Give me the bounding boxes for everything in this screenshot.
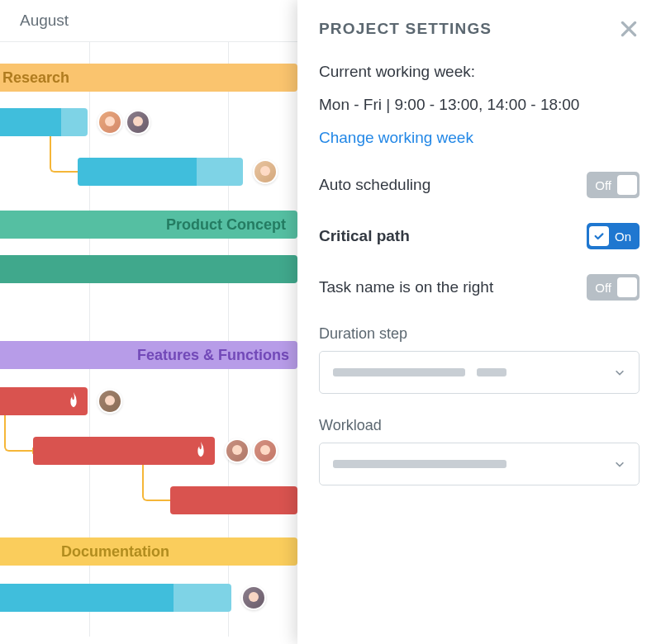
change-working-week-link[interactable]: Change working week bbox=[319, 129, 640, 147]
check-icon bbox=[593, 230, 605, 242]
field-label: Duration step bbox=[319, 325, 640, 343]
field-workload: Workload bbox=[319, 417, 640, 485]
working-week-value: Mon - Fri | 9:00 - 13:00, 14:00 - 18:00 bbox=[319, 96, 640, 114]
panel-title: PROJECT SETTINGS bbox=[319, 20, 492, 38]
panel-header: PROJECT SETTINGS bbox=[319, 18, 640, 40]
avatar[interactable] bbox=[126, 110, 150, 135]
group-bar-docs[interactable]: Documentation bbox=[0, 537, 297, 566]
field-label: Workload bbox=[319, 417, 640, 434]
working-week-label: Current working week: bbox=[319, 63, 640, 81]
flame-icon bbox=[64, 391, 83, 412]
toggle-state-text: On bbox=[609, 230, 637, 244]
avatar[interactable] bbox=[97, 110, 122, 135]
group-label: Features & Functions bbox=[137, 347, 289, 364]
toggle-task-name-right[interactable]: Off bbox=[587, 274, 640, 301]
group-bar-product-concept[interactable]: Product Concept bbox=[0, 211, 297, 239]
placeholder bbox=[333, 460, 506, 468]
group-bar-features[interactable]: Features & Functions bbox=[0, 341, 297, 369]
select-duration-step[interactable] bbox=[319, 351, 640, 394]
setting-label: Task name is on the right bbox=[319, 278, 493, 296]
chart-body: ket Research Product Concept Features & … bbox=[0, 42, 297, 637]
group-label: Documentation bbox=[61, 543, 169, 561]
flame-icon bbox=[192, 440, 210, 462]
task-bar[interactable] bbox=[0, 108, 88, 136]
chevron-down-icon bbox=[614, 458, 625, 470]
setting-task-name-right: Task name is on the right Off bbox=[319, 274, 640, 301]
dependency-connector bbox=[142, 465, 170, 501]
chevron-down-icon bbox=[614, 367, 625, 378]
task-bar[interactable] bbox=[0, 255, 297, 283]
toggle-knob bbox=[617, 277, 637, 297]
toggle-auto-scheduling[interactable]: Off bbox=[587, 172, 640, 198]
gantt-chart-area: August ket Research Product Concept Feat… bbox=[0, 0, 297, 644]
task-bar-critical[interactable] bbox=[33, 437, 215, 465]
setting-critical-path: Critical path On bbox=[319, 223, 640, 249]
close-icon[interactable] bbox=[618, 18, 640, 40]
dependency-connector bbox=[50, 136, 78, 173]
avatar[interactable] bbox=[241, 585, 266, 610]
setting-label: Auto scheduling bbox=[319, 176, 430, 194]
toggle-critical-path[interactable]: On bbox=[587, 223, 640, 249]
toggle-knob bbox=[617, 175, 637, 195]
task-bar[interactable] bbox=[0, 584, 231, 612]
setting-label: Critical path bbox=[319, 227, 410, 245]
group-label: ket Research bbox=[0, 69, 69, 87]
toggle-state-text: Off bbox=[589, 281, 617, 295]
month-label: August bbox=[0, 0, 297, 41]
select-workload[interactable] bbox=[319, 443, 640, 485]
avatar[interactable] bbox=[97, 389, 122, 414]
toggle-knob bbox=[589, 226, 609, 246]
placeholder bbox=[333, 368, 506, 376]
task-bar[interactable] bbox=[78, 158, 243, 186]
task-bar-critical[interactable] bbox=[170, 486, 297, 514]
toggle-state-text: Off bbox=[589, 178, 617, 192]
setting-auto-scheduling: Auto scheduling Off bbox=[319, 172, 640, 198]
group-label: Product Concept bbox=[166, 216, 286, 234]
settings-panel: PROJECT SETTINGS Current working week: M… bbox=[297, 0, 661, 644]
field-duration-step: Duration step bbox=[319, 325, 640, 394]
dependency-connector bbox=[4, 415, 32, 452]
avatar[interactable] bbox=[253, 159, 278, 184]
avatar[interactable] bbox=[253, 438, 278, 463]
group-bar-market-research[interactable]: ket Research bbox=[0, 64, 297, 92]
avatar[interactable] bbox=[225, 438, 250, 463]
